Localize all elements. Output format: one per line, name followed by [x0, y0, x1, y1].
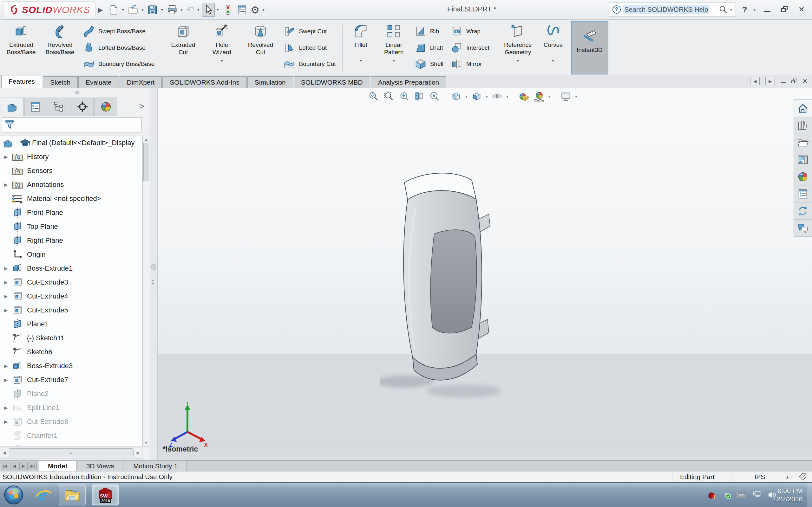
restore-button[interactable] [779, 5, 790, 14]
edit-appearance-button[interactable] [517, 90, 531, 103]
rib-button[interactable]: Rib [412, 23, 446, 39]
intersect-button[interactable]: Intersect [449, 40, 492, 56]
hscroll-thumb[interactable]: ≡ [9, 448, 134, 457]
scroll-down-icon[interactable]: ▼ [144, 439, 148, 446]
scroll-up-icon[interactable]: ▲ [144, 136, 148, 143]
tree-item[interactable]: ▶ Sketch6 [0, 345, 142, 359]
rebuild-button[interactable] [222, 3, 235, 17]
usb-safely-remove-icon[interactable] [722, 490, 731, 500]
hide-show-items-button[interactable] [490, 90, 504, 103]
tree-item[interactable]: ▶ Cut-Extrude8 [0, 415, 142, 429]
tree-vertical-scrollbar[interactable]: ▲ ▼ [142, 135, 150, 447]
view-orientation-button[interactable] [450, 90, 463, 103]
revolved-boss-base-button[interactable]: RevolvedBoss/Base [41, 21, 79, 74]
zoom-to-area-button[interactable] [382, 90, 396, 103]
ribbon-tab[interactable]: Analysis Preparation [371, 76, 447, 88]
print-caret-icon[interactable]: ▾ [181, 7, 183, 12]
internet-explorer-icon[interactable]: e [34, 486, 53, 504]
options-button[interactable]: ⚙ [250, 3, 261, 17]
tab-displaymanager[interactable] [95, 98, 117, 116]
boundary-cut-button[interactable]: Boundary Cut [281, 56, 338, 72]
nav-first-button[interactable]: |◀ [1, 462, 9, 470]
linear-pattern-button[interactable]: LinearPattern ▾ [377, 21, 411, 74]
tree-item[interactable]: ▶ Front Plane [0, 206, 142, 220]
view-settings-caret-icon[interactable]: ▾ [575, 94, 577, 99]
expand-arrow-icon[interactable]: ▶ [0, 377, 12, 383]
nav-next-button[interactable]: ▶ [19, 462, 28, 470]
unit-system-selector[interactable]: IPS [736, 473, 783, 481]
file-properties-button[interactable] [236, 3, 248, 17]
boundary-boss-base-button[interactable]: Boundary Boss/Base [81, 56, 157, 72]
ribbon-tab[interactable]: SOLIDWORKS Add-Ins [162, 76, 247, 88]
tab-featuremanager-tree[interactable] [1, 98, 23, 116]
print-button[interactable] [166, 3, 179, 17]
dock-pane-right-button[interactable]: ▶ [765, 77, 775, 85]
help-button[interactable]: ? [742, 5, 747, 14]
manager-tabs-overflow-icon[interactable]: > [140, 101, 144, 111]
tree-item[interactable]: ▶ Origin [0, 247, 142, 262]
search-icon[interactable] [719, 5, 728, 14]
previous-view-button[interactable] [397, 90, 411, 103]
tree-filter-box[interactable] [2, 117, 142, 132]
solidworks-taskbar-button[interactable]: SW 2016 [92, 485, 119, 505]
save-caret-icon[interactable]: ▾ [161, 7, 163, 12]
taskpane-appearances-button[interactable] [794, 168, 812, 185]
tree-item[interactable]: ▶ Cut-Extrude4 [0, 289, 142, 303]
expand-arrow-icon[interactable]: ▶ [0, 363, 12, 369]
select-tool-button[interactable] [202, 3, 215, 17]
lofted-boss-base-button[interactable]: Lofted Boss/Base [81, 40, 157, 56]
undo-caret-icon[interactable]: ▾ [197, 7, 200, 12]
wrap-button[interactable]: Wrap [449, 23, 492, 39]
help-search-box[interactable]: ? Search SOLIDWORKS Help ▾ [609, 3, 736, 16]
vscroll-thumb[interactable] [143, 143, 149, 181]
ribbon-tab[interactable]: SOLIDWORKS MBD [294, 76, 370, 88]
tree-item[interactable]: ▶ Cut-Extrude3 [0, 275, 142, 289]
show-desktop-button[interactable] [807, 483, 812, 507]
tree-item[interactable]: ▶ History [0, 150, 142, 164]
new-document-button[interactable] [107, 3, 120, 17]
tree-item[interactable]: ▶ Cut-Extrude5 [0, 303, 142, 317]
view-settings-button[interactable] [559, 90, 572, 103]
instant3d-button[interactable]: Instant3D [571, 21, 608, 74]
doc-close-button[interactable]: ✕ [802, 77, 808, 85]
hide-show-caret-icon[interactable]: ▾ [506, 94, 508, 99]
fillet-button[interactable]: Fillet ▾ [345, 21, 377, 74]
tree-item[interactable]: ▶ Material <not specified> [0, 192, 142, 206]
dynamic-annotation-views-button[interactable] [428, 90, 441, 103]
doc-restore-button[interactable] [792, 78, 797, 85]
tree-horizontal-scrollbar[interactable]: ◀ ≡ ▶ [0, 447, 142, 458]
help-search-input[interactable]: Search SOLIDWORKS Help [623, 5, 710, 14]
tree-item[interactable]: ▶ Chamfer2 [0, 443, 142, 447]
document-tab[interactable]: Motion Study 1 [124, 461, 187, 471]
tree-item[interactable]: ▶ Top Plane [0, 220, 142, 233]
splitter-collapse-button[interactable] [151, 264, 156, 270]
tab-dimxpertmanager[interactable] [71, 98, 94, 116]
scroll-left-icon[interactable]: ◀ [0, 451, 8, 455]
tree-item[interactable]: ▶ Chamfer1 [0, 429, 142, 443]
minimize-button[interactable] [762, 5, 773, 14]
expand-arrow-icon[interactable]: ▶ [0, 419, 12, 424]
scroll-right-icon[interactable]: ▶ [134, 451, 142, 455]
nav-last-button[interactable]: ▶| [29, 462, 37, 470]
ribbon-tab[interactable]: Evaluate [78, 76, 119, 88]
tree-item[interactable]: ▶ Boss-Extrude3 [0, 359, 142, 373]
curves-button[interactable]: Curves ▾ [537, 21, 569, 74]
tree-item[interactable]: ▶ Right Plane [0, 233, 142, 247]
taskpane-sync-button[interactable] [794, 203, 812, 220]
nav-prev-button[interactable]: ◀ [10, 462, 18, 470]
hole-wizard-caret-icon[interactable]: ▾ [221, 58, 223, 63]
graphics-viewport[interactable]: ▾ ▾ ▾ ▾ ▾ [158, 88, 812, 460]
ribbon-tab[interactable]: Features [1, 75, 42, 88]
curves-caret-icon[interactable]: ▾ [552, 58, 554, 63]
panel-splitter[interactable]: ≡≡ [150, 88, 158, 460]
document-tab[interactable]: 3D Views [77, 461, 123, 471]
expand-arrow-icon[interactable]: ▶ [0, 280, 12, 285]
expand-arrow-icon[interactable]: ▶ [0, 154, 12, 159]
linear-pattern-caret-icon[interactable]: ▾ [393, 58, 395, 63]
network-tray-icon[interactable] [752, 490, 762, 500]
ribbon-tab[interactable]: DimXpert [119, 76, 162, 88]
taskpane-custom-properties-button[interactable] [794, 185, 812, 203]
swept-cut-button[interactable]: Swept Cut [281, 23, 338, 39]
tree-item[interactable]: ▶ Split Line1 [0, 401, 142, 415]
tree-item[interactable]: ▶ Boss-Extrude1 [0, 262, 142, 275]
